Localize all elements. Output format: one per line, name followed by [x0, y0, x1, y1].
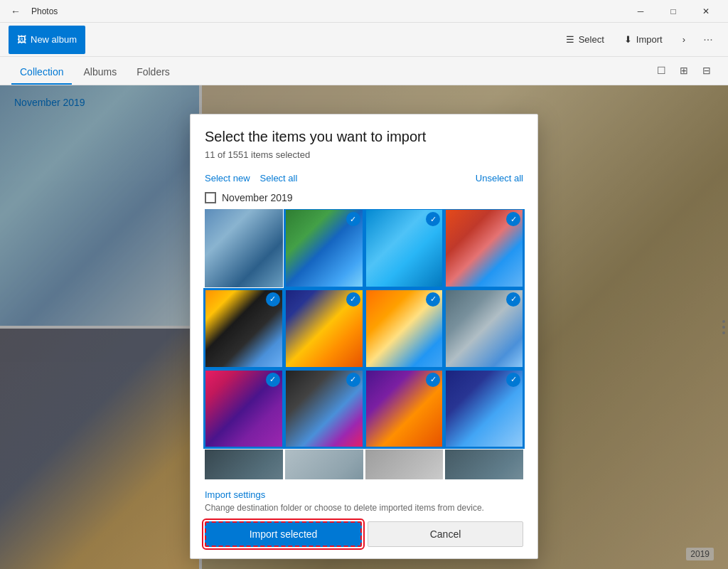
photo-grid: ✓✓✓✓✓✓✓✓✓✓✓ [205, 209, 523, 479]
photo-grid-container: ✓✓✓✓✓✓✓✓✓✓✓ [191, 209, 537, 479]
modal-overlay: Select the items you want to import 11 o… [0, 85, 728, 569]
dialog-subtitle: 11 of 1551 items selected [205, 149, 523, 160]
select-new-link[interactable]: Select new [205, 173, 250, 184]
cancel-button[interactable]: Cancel [368, 521, 523, 547]
import-icon: ⬇ [624, 34, 632, 45]
photo-check-12: ✓ [506, 373, 520, 387]
photo-item-14[interactable] [285, 450, 363, 479]
dialog-footer: Import settings Change destination folde… [191, 479, 537, 558]
photo-item-9[interactable]: ✓ [205, 370, 283, 448]
photo-item-13[interactable] [205, 450, 283, 479]
view-list-icon[interactable]: ☐ [651, 60, 671, 80]
photo-item-11[interactable]: ✓ [365, 370, 444, 448]
view-grid-icon[interactable]: ⊞ [674, 60, 694, 80]
photo-check-7: ✓ [426, 292, 440, 307]
tab-albums[interactable]: Albums [75, 60, 125, 85]
photo-check-2: ✓ [346, 212, 360, 226]
titlebar: ← Photos ─ □ ✕ [0, 0, 728, 23]
select-button[interactable]: ☰ Select [557, 26, 613, 54]
photo-item-3[interactable]: ✓ [365, 209, 444, 287]
select-icon: ☰ [566, 34, 574, 45]
maximize-button[interactable]: □ [657, 0, 690, 23]
dialog-title: Select the items you want to import [205, 129, 523, 145]
new-album-label: New album [31, 34, 77, 45]
import-settings-link[interactable]: Import settings [205, 489, 265, 500]
photo-item-4[interactable]: ✓ [445, 209, 523, 287]
photo-item-2[interactable]: ✓ [285, 209, 363, 287]
dialog-header: Select the items you want to import 11 o… [191, 115, 537, 173]
photo-item-7[interactable]: ✓ [365, 289, 444, 368]
photo-check-4: ✓ [506, 212, 520, 226]
photo-item-1[interactable] [205, 209, 283, 287]
back-button[interactable]: ← [6, 1, 26, 21]
chevron-icon: › [682, 34, 685, 45]
photo-item-10[interactable]: ✓ [285, 370, 363, 448]
new-album-icon: 🖼 [17, 34, 26, 45]
month-checkbox[interactable] [205, 192, 216, 203]
month-check-row: November 2019 [191, 189, 537, 209]
nav-tabs: Collection Albums Folders ☐ ⊞ ⊟ [0, 57, 728, 85]
toolbar: 🖼 New album ☰ Select ⬇ Import › ··· [0, 23, 728, 57]
view-options: ☐ ⊞ ⊟ [651, 60, 717, 85]
photo-check-8: ✓ [506, 292, 520, 307]
photo-item-8[interactable]: ✓ [445, 289, 523, 368]
app-title: Photos [31, 6, 58, 16]
new-album-button[interactable]: 🖼 New album [9, 26, 85, 54]
photo-check-10: ✓ [346, 373, 360, 387]
minimize-button[interactable]: ─ [624, 0, 657, 23]
select-label: Select [579, 34, 604, 45]
photo-check-6: ✓ [346, 292, 360, 307]
photo-check-11: ✓ [426, 373, 440, 387]
import-settings-desc: Change destination folder or choose to d… [205, 503, 523, 513]
photo-item-5[interactable]: ✓ [205, 289, 283, 368]
photo-item-6[interactable]: ✓ [285, 289, 363, 368]
photo-item-15[interactable] [365, 450, 444, 479]
more-options-button[interactable]: ··· [697, 26, 719, 54]
tab-collection[interactable]: Collection [11, 60, 72, 85]
unselect-all-link[interactable]: Unselect all [476, 173, 523, 184]
import-dialog: Select the items you want to import 11 o… [190, 114, 538, 559]
photo-item-12[interactable]: ✓ [445, 370, 523, 448]
view-large-icon[interactable]: ⊟ [697, 60, 717, 80]
dialog-buttons: Import selected Cancel [205, 521, 523, 547]
dialog-actions-row: Select new Select all Unselect all [191, 173, 537, 189]
select-all-link[interactable]: Select all [260, 173, 298, 184]
photo-item-16[interactable] [445, 450, 523, 479]
import-label: Import [636, 34, 663, 45]
import-selected-button[interactable]: Import selected [205, 521, 362, 547]
main-content: November 2019 2019 Select the items you … [0, 85, 728, 569]
close-button[interactable]: ✕ [690, 0, 722, 23]
import-button[interactable]: ⬇ Import [616, 26, 671, 54]
window-controls: ─ □ ✕ [624, 0, 722, 23]
month-check-label: November 2019 [222, 192, 293, 203]
tab-folders[interactable]: Folders [128, 60, 178, 85]
chevron-button[interactable]: › [674, 26, 694, 54]
photo-check-9: ✓ [266, 373, 280, 387]
photo-check-5: ✓ [266, 292, 280, 307]
